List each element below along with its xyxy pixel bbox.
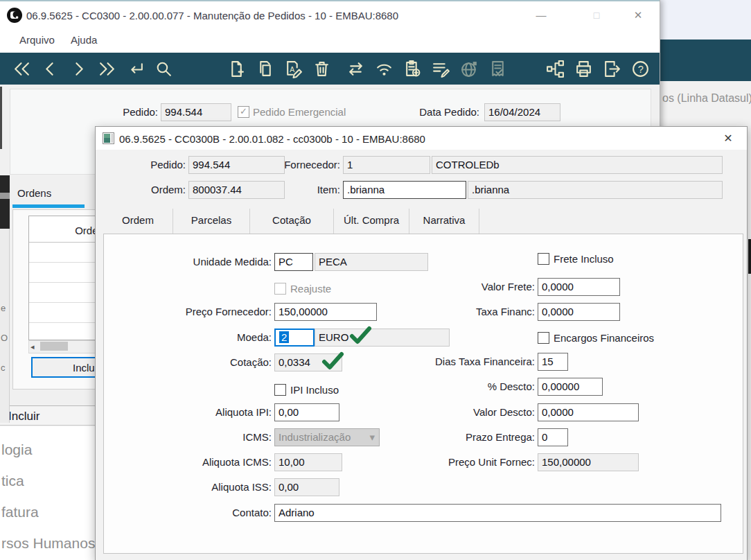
main-window-title: 06.9.5625 - CC0300 - 2.00.00.077 - Manut… [26, 1, 398, 29]
dlg-item-code-field[interactable]: .brianna [343, 181, 466, 199]
search-icon[interactable] [154, 60, 173, 78]
toolbar-group-4: ? [546, 60, 650, 78]
encargos-financeiros-checkbox[interactable] [538, 332, 549, 344]
unidade-medida-code-field[interactable]: PC [274, 253, 313, 271]
background-menu-item[interactable]: logia [1, 441, 32, 458]
first-record-icon[interactable] [12, 60, 31, 78]
new-record-icon[interactable] [227, 60, 246, 78]
aliquota-icms-label: Aliquota ICMS: [118, 453, 272, 471]
previous-record-icon[interactable] [41, 60, 60, 78]
dialog-titlebar: 06.9.5625 - CC0300B - 2.00.01.082 - cc03… [96, 127, 747, 150]
main-titlebar: 06.9.5625 - CC0300 - 2.00.00.077 - Manut… [0, 0, 660, 29]
dialog-tab-ordem[interactable]: Ordem [103, 209, 173, 236]
left-edge-fragment [0, 87, 2, 149]
background-menu-item[interactable]: fatura [1, 504, 39, 520]
moeda-desc-field[interactable]: EURO [315, 329, 450, 347]
pedido-field[interactable]: 994.544 [161, 103, 231, 121]
next-record-icon[interactable] [69, 60, 88, 78]
valor-descto-label: Valor Descto: [346, 403, 535, 421]
frete-incluso-checkbox[interactable] [538, 253, 549, 265]
dlg-item-desc-field[interactable]: .brianna [468, 181, 723, 199]
dlg-fornecedor-code-field[interactable]: 1 [343, 156, 430, 174]
edit-list-icon[interactable] [432, 60, 450, 78]
copy-record-icon[interactable] [256, 60, 274, 78]
scroll-left-icon[interactable] [30, 341, 35, 352]
clipboard-add-icon[interactable] [403, 60, 422, 78]
valor-frete-label: Valor Frete: [346, 278, 535, 296]
delete-record-icon[interactable] [312, 60, 331, 78]
dialog-tab-label: Narrativa [423, 214, 466, 226]
close-icon[interactable] [627, 7, 649, 24]
connection-icon[interactable] [375, 60, 394, 78]
dias-taxa-field[interactable]: 15 [538, 353, 568, 371]
left-edge-fragment [0, 199, 10, 229]
web-icon[interactable] [460, 60, 479, 78]
contato-field[interactable]: Adriano [274, 504, 721, 522]
exit-icon[interactable] [603, 60, 621, 78]
aliquota-icms-field[interactable]: 10,00 [274, 453, 342, 471]
svg-text:A: A [290, 65, 294, 73]
preco-unit-fornec-label: Preço Unit Fornec: [346, 453, 535, 471]
tab-ordens[interactable]: Ordens [17, 187, 51, 199]
unidade-medida-desc-field[interactable]: PECA [315, 253, 428, 271]
valor-descto-field[interactable]: 0,0000 [538, 403, 639, 421]
background-menu-item[interactable]: rsos Humanos [1, 535, 95, 552]
frete-incluso-label: Frete Incluso [554, 253, 614, 265]
dlg-fornecedor-name-field[interactable]: COTROLEDb [432, 156, 723, 174]
preco-unit-fornec-field[interactable]: 150,00000 [538, 453, 639, 471]
dlg-fornecedor-label: Fornecedor: [262, 156, 340, 174]
ipi-incluso-label: IPI Incluso [290, 384, 339, 396]
menu-ajuda[interactable]: Ajuda [71, 29, 97, 53]
dlg-pedido-label: Pedido: [109, 156, 186, 174]
encargos-financeiros-label: Encargos Financeiros [554, 332, 654, 344]
toolbar-group-3 [346, 60, 507, 78]
pedido-emergencial-checkbox[interactable] [238, 106, 249, 118]
help-icon[interactable]: ? [631, 60, 650, 78]
last-record-icon[interactable] [98, 60, 116, 78]
edit-record-icon[interactable]: A [284, 60, 303, 78]
prazo-entrega-field[interactable]: 0 [538, 428, 568, 446]
ipi-incluso-checkbox[interactable] [274, 384, 286, 396]
minimize-icon[interactable] [530, 7, 552, 24]
preco-fornecedor-label: Preço Fornecedor: [118, 303, 272, 321]
reajuste-checkbox[interactable] [274, 283, 286, 295]
transfer-icon[interactable] [346, 60, 365, 78]
pct-descto-label: % Descto: [346, 378, 535, 396]
aliquota-iss-field[interactable]: 0,00 [274, 478, 339, 496]
moeda-valid-check-icon [348, 325, 373, 346]
menu-arquivo[interactable]: Arquivo [19, 29, 55, 53]
go-to-icon[interactable] [126, 60, 145, 78]
dialog-tab-parcelas[interactable]: Parcelas [173, 209, 250, 236]
background-menu-item[interactable]: tica [1, 473, 24, 489]
dialog-tab--lt-compra[interactable]: Últ. Compra [334, 209, 409, 236]
hierarchy-icon[interactable] [546, 60, 565, 78]
dialog-tab-narrativa[interactable]: Narrativa [409, 209, 479, 236]
left-edge-fragment [0, 193, 10, 199]
receipt-check-icon[interactable] [488, 60, 507, 78]
data-pedido-field[interactable]: 16/04/2024 [484, 103, 560, 121]
left-edge-fragment: eOc [0, 229, 10, 423]
valor-frete-field[interactable]: 0,0000 [538, 278, 620, 296]
dialog-tab-cota-o[interactable]: Cotação [250, 209, 334, 236]
pct-descto-field[interactable]: 0,00000 [538, 378, 603, 396]
toolbar-group-1 [12, 60, 173, 78]
scroll-thumb[interactable] [40, 342, 68, 351]
icms-label: ICMS: [118, 428, 272, 446]
left-edge-partial-glyph: O [1, 333, 8, 343]
aliquota-ipi-field[interactable]: 0,00 [274, 403, 339, 421]
unidade-medida-label: Unidade Medida: [118, 253, 272, 271]
left-edge-partial-glyph: c [1, 362, 6, 373]
left-edge-fragment [0, 175, 10, 193]
moeda-code-field[interactable]: 2 [274, 329, 315, 347]
contato-label: Contato: [118, 504, 272, 522]
maximize-icon[interactable] [585, 7, 608, 24]
dialog-title: 06.9.5625 - CC0300B - 2.00.01.082 - cc03… [119, 127, 425, 150]
main-menubar: Arquivo Ajuda [0, 29, 660, 53]
aliquota-ipi-label: Aliquota IPI: [118, 403, 272, 421]
print-icon[interactable] [574, 60, 593, 78]
dias-taxa-label: Dias Taxa Financeira: [346, 353, 535, 371]
dialog-close-icon[interactable] [719, 130, 737, 147]
dialog-tab-label: Cotação [272, 214, 311, 226]
taxa-financ-field[interactable]: 0,0000 [538, 303, 620, 321]
aliquota-iss-label: Aliquota ISS: [118, 478, 272, 496]
